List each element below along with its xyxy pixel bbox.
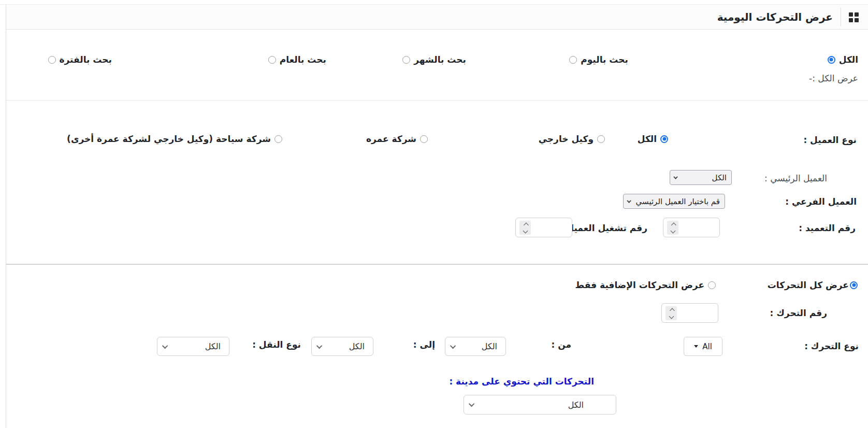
transport-type-value: الكل [168, 341, 229, 351]
to-select[interactable]: الكل [311, 337, 373, 356]
from-select[interactable]: الكل [445, 337, 506, 356]
movement-type-dropdown[interactable]: All [684, 337, 722, 356]
radio-all-movements[interactable] [850, 281, 858, 289]
main-client-value: الكل [678, 173, 731, 182]
radio-all-movements-label: عرض كل التحركات [768, 280, 849, 290]
spinner-icon[interactable] [519, 221, 531, 235]
movement-number-label: رقم التحرك : [770, 308, 827, 318]
radio-by-period-label: بحث بالفترة [60, 54, 112, 65]
header-divider [841, 8, 841, 26]
radio-tourism-company[interactable] [274, 135, 282, 143]
radio-external-agent[interactable] [597, 135, 605, 143]
radio-by-day-label: بحث باليوم [581, 54, 628, 65]
radio-group-all-movements[interactable]: عرض كل التحركات [768, 280, 858, 290]
radio-external-agent-label: وكيل خارجي [539, 134, 594, 144]
spin-up-icon [523, 222, 528, 227]
daily-movements-page: عرض التحركات اليومية الكل بحث باليوم بحث… [0, 0, 868, 428]
approval-number-label: رقم التعميد : [799, 223, 856, 233]
spin-down-icon [669, 313, 674, 319]
city-filter-select[interactable]: الكل [464, 395, 616, 415]
section-divider [6, 100, 868, 101]
chevron-down-icon [469, 401, 474, 407]
to-label: إلى : [413, 339, 435, 350]
chevron-down-icon [450, 343, 456, 348]
chevron-down-icon [673, 175, 677, 179]
grid-icon-cell [855, 18, 859, 22]
spin-down-icon [523, 228, 528, 233]
spin-up-icon [671, 222, 676, 227]
chevron-down-icon [162, 343, 168, 348]
sub-client-value: قم باختيار العميل الرئيسي [631, 197, 725, 206]
section-divider [6, 264, 868, 265]
city-filter-label: التحركات التي تحتوي على مدينة : [449, 376, 594, 387]
panel-right-border [6, 4, 6, 428]
main-client-label: العميل الرئيسي : [764, 173, 827, 183]
chevron-down-icon [316, 343, 322, 348]
radio-by-period[interactable] [48, 56, 56, 64]
spinner-icon[interactable] [667, 221, 678, 235]
radio-client-all-label: الكل [638, 134, 657, 144]
radio-by-month-label: بحث بالشهر [414, 54, 466, 65]
transport-type-label: نوع النقل : [252, 339, 301, 350]
page-header: عرض التحركات اليومية [6, 5, 868, 30]
radio-client-all[interactable] [660, 135, 668, 143]
approval-number-field [663, 218, 720, 237]
radio-by-year[interactable] [268, 56, 276, 64]
movement-number-field [661, 303, 718, 323]
radio-group-client-all[interactable]: الكل [638, 134, 668, 144]
radio-all-label: الكل [839, 54, 858, 65]
chevron-down-icon [627, 198, 631, 203]
client-type-label: نوع العميل : [803, 135, 857, 145]
grid-icon-cell [849, 18, 853, 22]
radio-all[interactable] [828, 56, 835, 64]
spin-up-icon [669, 308, 674, 313]
to-value: الكل [322, 341, 373, 351]
radio-by-month[interactable] [402, 56, 410, 64]
radio-extra-movements[interactable] [708, 281, 716, 289]
sub-client-label: العميل الفرعي : [785, 196, 857, 207]
radio-group-by-period[interactable]: بحث بالفترة [48, 54, 112, 65]
radio-by-day[interactable] [569, 56, 577, 64]
radio-umrah-company-label: شركة عمره [366, 134, 416, 144]
movement-type-label: نوع التحرك : [804, 341, 859, 351]
sub-client-select[interactable]: قم باختيار العميل الرئيسي [623, 194, 725, 209]
radio-group-by-month[interactable]: بحث بالشهر [402, 54, 466, 65]
operating-number-label: رقم تشغيل العميل : [559, 223, 647, 233]
grid-icon[interactable] [849, 12, 859, 22]
radio-extra-movements-label: عرض التحركات الإضافية فقط [575, 280, 704, 290]
caret-down-icon [694, 345, 698, 348]
radio-umrah-company[interactable] [420, 135, 428, 143]
radio-by-year-label: بحث بالعام [280, 54, 326, 65]
operating-number-field [515, 218, 572, 237]
from-value: الكل [456, 341, 505, 351]
grid-icon-cell [855, 12, 859, 17]
view-all-note: عرض الكل :- [809, 73, 858, 83]
page-title: عرض التحركات اليومية [717, 11, 833, 23]
radio-group-by-year[interactable]: بحث بالعام [268, 54, 326, 65]
radio-group-tourism-company[interactable]: شركة سياحة (وكيل خارجي لشركة عمرة أخرى) [67, 134, 282, 144]
radio-tourism-company-label: شركة سياحة (وكيل خارجي لشركة عمرة أخرى) [67, 134, 271, 144]
from-label: من : [551, 339, 571, 350]
radio-group-by-day[interactable]: بحث باليوم [569, 54, 628, 65]
movement-type-value: All [702, 342, 712, 351]
radio-group-umrah-company[interactable]: شركة عمره [366, 134, 428, 144]
radio-group-external-agent[interactable]: وكيل خارجي [539, 134, 605, 144]
radio-group-all[interactable]: الكل [828, 54, 858, 65]
spinner-icon[interactable] [666, 306, 677, 320]
radio-group-extra-movements[interactable]: عرض التحركات الإضافية فقط [575, 280, 716, 290]
spin-down-icon [670, 228, 675, 233]
city-filter-value: الكل [474, 400, 616, 410]
main-client-select[interactable]: الكل [670, 170, 732, 185]
transport-type-select[interactable]: الكل [157, 337, 229, 356]
grid-icon-cell [849, 12, 853, 17]
